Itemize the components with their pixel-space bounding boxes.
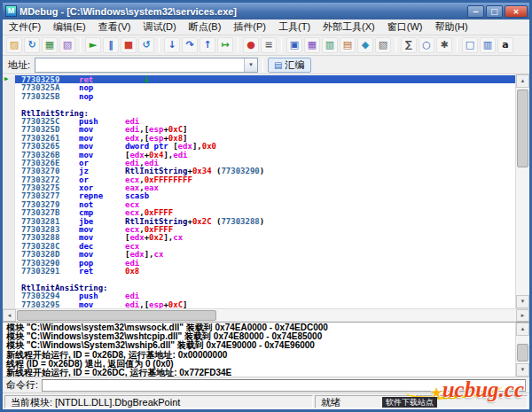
disasm-row-body: 77303275xoreax,eax [15,183,515,191]
disasm-row[interactable]: 7730328Cdececx [3,242,515,250]
disasm-row[interactable]: ▶77303259ret↓ [3,75,515,83]
close-button[interactable]: × [505,5,528,18]
toolbar-pause-icon[interactable]: ‖ [103,37,119,53]
toolbar-step-into-icon[interactable]: ↓ [164,37,180,53]
toolbar-options-icon[interactable]: ✱ [436,37,452,53]
disasm-operands: 0x8 [125,267,515,275]
toolbar-open-file-icon[interactable]: ▨ [6,37,22,53]
disasm-row[interactable]: 77303291ret0x8 [3,267,515,275]
menu-window[interactable]: 窗口(W) [381,19,429,35]
scroll-right-button[interactable]: ► [516,309,529,322]
scrollbar-thumb[interactable] [517,89,528,167]
disasm-row[interactable]: 77303295movedi,[esp+0xC] [3,300,515,308]
disasm-row[interactable]: 77303281jbeRtlInitString+0x2C (77303288) [3,217,515,225]
menu-breakpoint[interactable]: 断点(B) [183,19,228,35]
disasm-address: 77303281 [15,217,79,225]
toolbar-run-to-cursor-icon[interactable]: ↦ [217,37,233,53]
toolbar-tile-windows-icon[interactable]: ▥ [480,37,496,53]
address-combobox[interactable]: ▼ [35,58,258,73]
disasm-row[interactable]: 77303277repnescasb [3,191,515,199]
disasm-row[interactable]: 77303272orecx,0xFFFFFFFF [3,175,515,183]
disasm-row[interactable]: 77303279notecx [3,200,515,208]
toolbar-watch-window-icon[interactable]: ◆ [357,37,373,53]
vertical-scrollbar[interactable]: ▲ ▼ [515,74,529,308]
disasm-row[interactable]: 7730327Bcmpecx,0xFFFF [3,208,515,216]
menu-file[interactable]: 文件(F) [3,19,47,35]
disasm-row[interactable]: 77303294pushedi [3,292,515,299]
disasm-address: 7730327B [15,208,79,216]
disasm-row-body: 7730326Eoredi,edi [15,159,515,167]
toolbar-cascade-windows-icon[interactable]: □ [462,37,478,53]
minimize-button[interactable]: − [467,5,484,18]
disasm-row[interactable]: 77303261movedx,[esp+0x8] [3,134,515,142]
toolbar-font-icon[interactable]: a [497,37,513,53]
command-input[interactable] [42,379,526,392]
toolbar-log-window-icon[interactable]: ▧ [375,37,391,53]
disasm-row[interactable]: 77303275xoreax,eax [3,183,515,191]
toolbar-reload-icon[interactable]: ↻ [24,37,40,53]
disasm-blank-row [3,100,515,108]
address-input[interactable] [35,58,244,72]
hscrollbar-thumb[interactable] [17,310,216,321]
log-scroll-up-button[interactable]: ▲ [516,323,529,336]
disasm-gutter [3,242,15,250]
menu-help[interactable]: 帮助(H) [428,19,473,35]
toolbar-stop-icon[interactable]: ■ [121,37,137,53]
disasm-row[interactable]: 77303290popedi [3,259,515,267]
disasm-operands: ecx,0xFFFFFFFF [125,175,515,183]
scroll-down-button[interactable]: ▼ [516,295,529,308]
toolbar-restart-icon[interactable]: ↺ [138,37,154,53]
log-scrollbar-thumb[interactable] [517,344,528,361]
toolbar-detach-process-icon[interactable]: ▧ [59,37,75,53]
toolbar-stack-window-icon[interactable]: ▥ [322,37,338,53]
disasm-row[interactable]: 7730326Bmov[edx+0x4],edi [3,151,515,159]
toolbar-run-icon[interactable]: ► [85,37,101,53]
maximize-button[interactable]: □ [486,5,503,18]
toolbar-search-icon[interactable]: ○ [419,37,434,53]
disasm-label-row[interactable]: RtlInitString: [3,109,515,117]
menu-view[interactable]: 查看(V) [92,19,137,35]
toolbar-step-over-icon[interactable]: ↷ [182,37,198,53]
disasm-address: 7730325B [15,92,79,100]
scroll-left-button[interactable]: ◄ [3,309,16,322]
disasm-row[interactable]: 77303270jzRtlInitString+0x34 (77303290) [3,167,515,175]
tab-disassembly[interactable]: ▤ 汇编 [268,58,310,73]
menu-plugin[interactable]: 插件(P) [227,19,272,35]
toolbar-attach-process-icon[interactable]: ▦ [42,37,58,53]
disasm-row[interactable]: 77303283movecx,0xFFFF [3,225,515,233]
disasm-row[interactable]: 77303288mov[edx+0x2],cx [3,233,515,241]
menu-edit[interactable]: 编辑(E) [47,19,92,35]
disasm-symbol-label: RtlInitString: [15,109,89,117]
toolbar-toggle-breakpoint-icon[interactable]: ● [243,37,259,53]
menu-debug[interactable]: 调试(D) [137,19,182,35]
disasm-row[interactable]: 7730326Eoredi,edi [3,159,515,167]
toolbar-step-out-icon[interactable]: ↑ [200,37,215,53]
toolbar-calculator-icon[interactable]: ∑ [401,37,417,53]
menu-external-tools[interactable]: 外部工具(X) [317,19,381,35]
log-vertical-scrollbar[interactable]: ▲ ▼ [515,323,529,377]
scroll-up-button[interactable]: ▲ [516,74,529,88]
dropdown-arrow-icon[interactable]: ▼ [244,58,257,72]
log-scroll-down-button[interactable]: ▼ [516,363,529,377]
disasm-mnemonic: nop [79,83,125,91]
disasm-row[interactable]: 77303265movdword ptr [edx],0x0 [3,142,515,150]
disasm-address: 7730325A [15,83,79,91]
log-lines: 模块 "C:\Windows\system32\mswsock.dll" 装载到… [3,323,515,377]
horizontal-scrollbar[interactable]: ◄ ► [3,308,529,322]
disasm-row[interactable]: 7730325Bnop [3,92,515,100]
toolbar-breakpoint-list-icon[interactable]: ≡ [261,37,277,53]
disasm-operands: edi,[esp+0xC] [125,300,515,308]
disasm-mnemonic: not [79,200,125,208]
toolbar: ▨↻▦▧►‖■↺↓↷↑↦●≡▣▦▥▤◆▧∑○✱□▥a [3,35,529,56]
disasm-row[interactable]: 7730325Cpushedi [3,117,515,125]
disasm-row[interactable]: 7730325Dmovedi,[esp+0xC] [3,125,515,133]
menu-tools[interactable]: 工具(T) [272,19,317,35]
disasm-row[interactable]: 7730325Anop [3,83,515,91]
toolbar-register-window-icon[interactable]: ▤ [340,37,356,53]
toolbar-cpu-window-icon[interactable]: ▣ [286,37,302,53]
disasm-address: 77303294 [15,292,79,299]
disasm-label-row[interactable]: RtlInitAnsiString: [3,284,515,292]
disasm-row[interactable]: 7730328Dmov[edx],cx [3,250,515,258]
toolbar-memory-window-icon[interactable]: ▦ [304,37,320,53]
disasm-mnemonic: ret [79,75,125,83]
